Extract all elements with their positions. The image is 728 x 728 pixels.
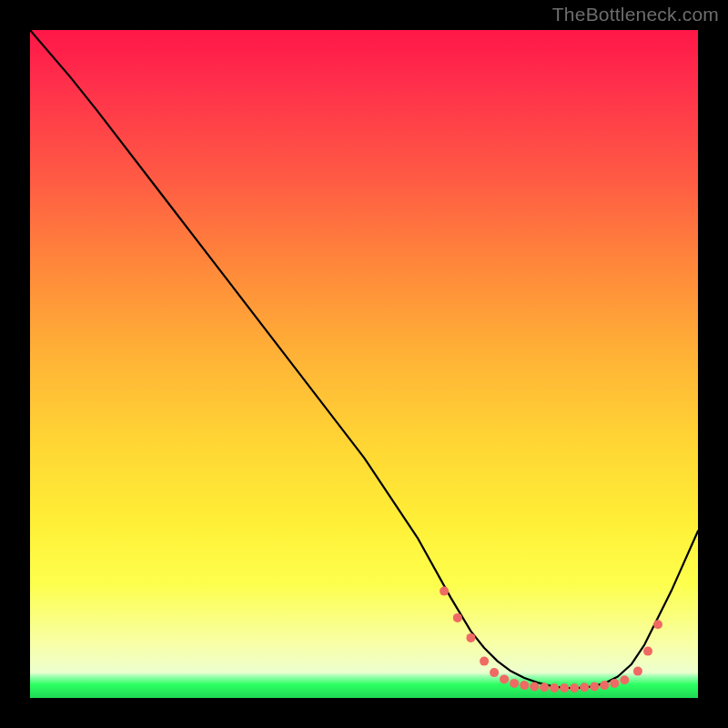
- trough-marker: [540, 682, 549, 692]
- trough-marker: [580, 682, 589, 692]
- trough-marker: [570, 683, 579, 693]
- trough-marker: [590, 682, 599, 692]
- chart-frame: TheBottleneck.com: [0, 0, 728, 728]
- curve-line: [30, 30, 698, 688]
- trough-marker: [453, 613, 462, 622]
- trough-marker: [620, 675, 629, 684]
- trough-markers: [440, 587, 662, 693]
- trough-marker: [560, 683, 569, 693]
- trough-marker: [480, 657, 489, 666]
- trough-marker: [550, 683, 559, 693]
- trough-marker: [653, 620, 662, 629]
- watermark-text: TheBottleneck.com: [552, 4, 719, 25]
- trough-marker: [600, 681, 609, 690]
- trough-marker: [490, 668, 499, 677]
- trough-marker: [610, 679, 619, 688]
- trough-marker: [633, 667, 642, 676]
- plot-area: [30, 30, 698, 698]
- trough-marker: [500, 674, 509, 683]
- trough-marker: [440, 587, 449, 596]
- chart-svg: [30, 30, 698, 698]
- trough-marker: [530, 682, 539, 692]
- trough-marker: [520, 681, 529, 690]
- trough-marker: [643, 647, 652, 656]
- trough-marker: [466, 633, 475, 642]
- trough-marker: [510, 679, 519, 688]
